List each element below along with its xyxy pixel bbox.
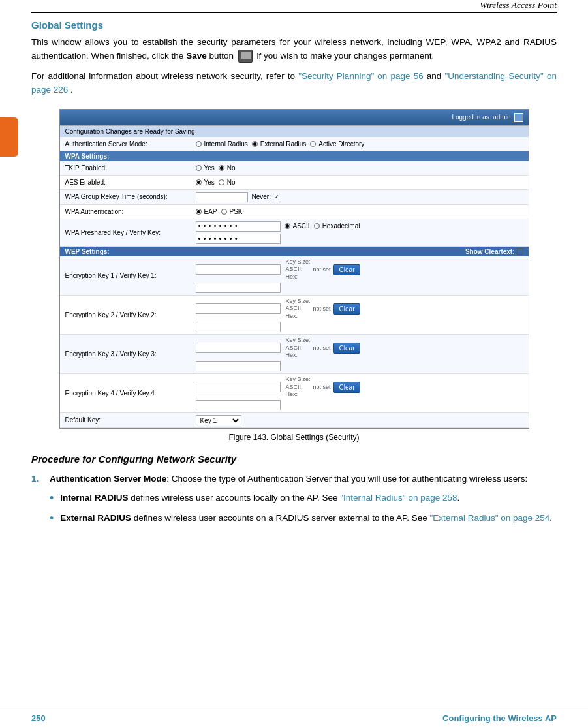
wpa-psk-label: PSK bbox=[230, 208, 243, 215]
tkip-no-label: No bbox=[227, 164, 236, 172]
figure-container: Logged in as: admin Configuration Change… bbox=[59, 109, 529, 442]
procedure-item-1-number: 1. bbox=[31, 472, 42, 532]
enc-key4-notset: not set bbox=[313, 384, 331, 390]
enc-key2-input2[interactable] bbox=[196, 322, 281, 332]
internal-radius-link[interactable]: "Internal Radius" on page 258 bbox=[340, 493, 457, 503]
never-checkbox-group: Never: ✓ bbox=[252, 193, 279, 200]
enc-key3-clear-btn[interactable]: Clear bbox=[333, 343, 361, 354]
default-key-controls: Key 1 Key 2 Key 3 Key 4 bbox=[196, 415, 523, 425]
wpa-eap-radio[interactable] bbox=[196, 209, 202, 215]
enc-key1-clear-btn[interactable]: Clear bbox=[333, 264, 361, 275]
ui-alert-bar: Configuration Changes are Ready for Savi… bbox=[60, 125, 529, 137]
aes-no-label: No bbox=[227, 179, 236, 186]
internal-radius-bold: Internal RADIUS bbox=[60, 493, 128, 503]
procedure-item-1-content: Authentication Server Mode: Choose the t… bbox=[50, 472, 552, 532]
intro-text-tail: if you wish to make your changes permane… bbox=[257, 51, 435, 61]
security-planning-link[interactable]: "Security Planning" on page 56 bbox=[298, 71, 424, 81]
enc-key1-label: Encryption Key 1 / Verify Key 1: bbox=[65, 272, 196, 279]
wpa-section-bar: WPA Settings: bbox=[60, 151, 529, 161]
bullet-item-external: • External RADIUS defines wireless user … bbox=[50, 512, 552, 525]
bullet-dot-2: • bbox=[50, 512, 54, 525]
enc-key1-input2[interactable] bbox=[196, 283, 281, 293]
show-cleartext-checkbox[interactable] bbox=[517, 248, 523, 255]
enc-key2-notset: not set bbox=[313, 305, 331, 312]
bullet-dot-1: • bbox=[50, 492, 54, 505]
show-cleartext-group: Show Cleartext: bbox=[465, 248, 523, 255]
aes-yes-label: Yes bbox=[204, 179, 215, 186]
tkip-row: TKIP Enabled: Yes No bbox=[60, 161, 529, 176]
preshared-key2-input[interactable] bbox=[196, 234, 281, 244]
procedure-item-1-bold: Authentication Server Mode bbox=[50, 474, 166, 484]
wep-header: WEP Settings: Show Cleartext: bbox=[60, 247, 529, 256]
bullet-item-internal: • Internal RADIUS defines wireless user … bbox=[50, 491, 552, 505]
enc-key2-input1[interactable] bbox=[196, 303, 281, 314]
aes-no-option: No bbox=[219, 179, 236, 186]
enc-key4-input2[interactable] bbox=[196, 400, 281, 410]
auth-external-option: External Radius bbox=[252, 140, 307, 147]
ui-header-icon bbox=[514, 113, 523, 122]
tkip-no-radio[interactable] bbox=[219, 165, 224, 171]
wpa-eap-label: EAP bbox=[204, 208, 217, 215]
enc-key2-clear-btn[interactable]: Clear bbox=[333, 303, 361, 315]
enc-key4-controls: Key Size:ASCII:Hex: not set Clear bbox=[196, 376, 523, 410]
tkip-yes-radio[interactable] bbox=[196, 165, 202, 171]
never-checkbox[interactable]: ✓ bbox=[273, 194, 279, 200]
enc-key1-notset: not set bbox=[313, 266, 331, 273]
internal-radius-end: . bbox=[457, 493, 459, 503]
enc-key3-controls: Key Size:ASCII:Hex: not set Clear bbox=[196, 337, 523, 371]
tkip-label: TKIP Enabled: bbox=[65, 164, 196, 172]
ascii-radio[interactable] bbox=[285, 223, 290, 229]
auth-mode-row: Authentication Server Mode: Internal Rad… bbox=[60, 137, 529, 151]
wpa-psk-radio[interactable] bbox=[221, 209, 227, 215]
enc-key2-controls: Key Size:ASCII:Hex: not set Clear bbox=[196, 298, 523, 332]
procedure-item-1: 1. Authentication Server Mode: Choose th… bbox=[31, 472, 557, 532]
auth-activedir-option: Active Directory bbox=[310, 140, 364, 147]
bullet-external-content: External RADIUS defines wireless user ac… bbox=[60, 512, 552, 525]
bullet-internal-content: Internal RADIUS defines wireless user ac… bbox=[60, 491, 459, 505]
never-label: Never: bbox=[252, 193, 271, 200]
preshared-row2 bbox=[196, 234, 281, 244]
enc-key1-controls: Key Size:ASCII:Hex: not set Clear bbox=[196, 258, 523, 293]
enc-key4-input1[interactable] bbox=[196, 382, 281, 392]
aes-label: AES Enabled: bbox=[65, 179, 196, 186]
external-radius-link[interactable]: "External Radius" on page 254 bbox=[430, 513, 550, 523]
footer-page-number: 250 bbox=[31, 713, 46, 723]
section-heading: Global Settings bbox=[31, 20, 557, 31]
show-cleartext-label: Show Cleartext: bbox=[465, 248, 515, 255]
tkip-controls: Yes No bbox=[196, 164, 523, 172]
auth-external-radio[interactable] bbox=[252, 141, 258, 147]
aes-yes-radio[interactable] bbox=[196, 179, 202, 185]
hex-option: Hexadecimal bbox=[314, 223, 360, 230]
enc-key3-input2[interactable] bbox=[196, 361, 281, 371]
auth-internal-radio[interactable] bbox=[196, 141, 202, 147]
ascii-label: ASCII bbox=[293, 223, 310, 230]
enc-key4-label: Encryption Key 4 / Verify Key 4: bbox=[65, 390, 196, 397]
ui-screenshot: Logged in as: admin Configuration Change… bbox=[59, 109, 529, 429]
auth-internal-option: Internal Radius bbox=[196, 140, 248, 147]
intro-p2-end: . bbox=[70, 85, 73, 95]
figure-caption: Figure 143. Global Settings (Security) bbox=[59, 433, 529, 442]
ascii-option: ASCII bbox=[285, 223, 310, 230]
preshared-key1-input[interactable] bbox=[196, 221, 281, 232]
rekey-row: WPA Group Rekey Time (seconds): Never: ✓ bbox=[60, 190, 529, 205]
rekey-input[interactable] bbox=[196, 192, 248, 202]
intro-text-btn: button bbox=[209, 51, 234, 61]
enc-key3-input1[interactable] bbox=[196, 343, 281, 353]
preshared-controls: ASCII Hexadecimal bbox=[196, 221, 523, 244]
hex-radio[interactable] bbox=[314, 223, 320, 229]
auth-internal-label: Internal Radius bbox=[204, 140, 248, 147]
enc-key4-clear-btn[interactable]: Clear bbox=[333, 382, 361, 393]
auth-activedir-radio[interactable] bbox=[310, 141, 316, 147]
page-header: Wireless Access Point bbox=[31, 0, 557, 13]
enc-key1-input1[interactable] bbox=[196, 264, 281, 275]
side-tab bbox=[0, 117, 18, 157]
default-key-select[interactable]: Key 1 Key 2 Key 3 Key 4 bbox=[196, 415, 241, 425]
aes-yes-option: Yes bbox=[196, 179, 215, 186]
intro-paragraph-2: For additional information about wireles… bbox=[31, 70, 557, 97]
aes-no-radio[interactable] bbox=[219, 179, 224, 185]
intro-paragraph-1: This window allows you to establish the … bbox=[31, 36, 557, 63]
aes-row: AES Enabled: Yes No bbox=[60, 176, 529, 190]
rekey-label: WPA Group Rekey Time (seconds): bbox=[65, 193, 196, 200]
enc-key3-notset: not set bbox=[313, 345, 331, 351]
rekey-controls: Never: ✓ bbox=[196, 192, 523, 202]
